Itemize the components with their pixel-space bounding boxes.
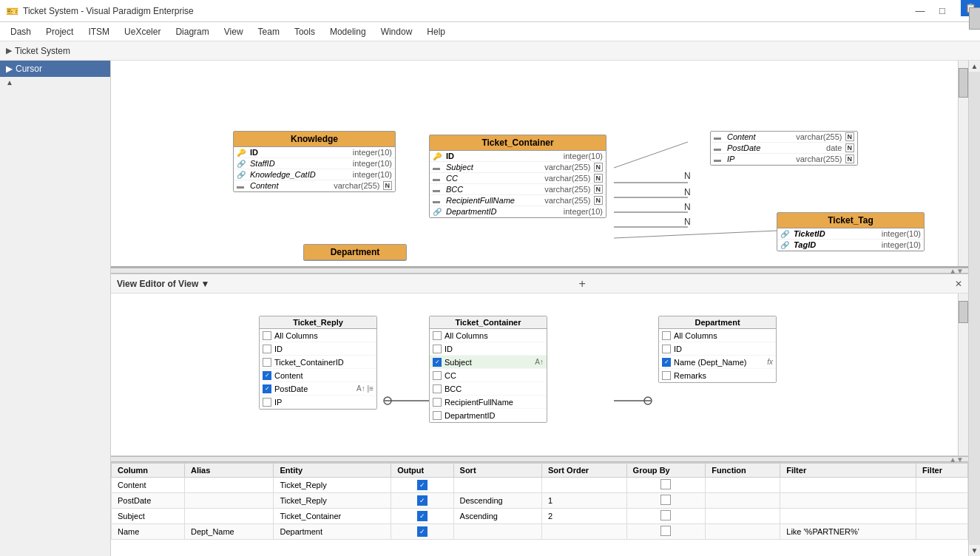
maximize-button[interactable]: □ bbox=[933, 4, 952, 18]
erd-vscrollbar-thumb[interactable] bbox=[959, 68, 968, 98]
view-row-tc-bcc[interactable]: BCC bbox=[430, 382, 547, 396]
erd-row-tc-subject: ▬ Subject varchar(255) N bbox=[430, 162, 606, 173]
erd-table-ticket-tag[interactable]: Ticket_Tag 🔗 TicketID integer(10) 🔗 TagI… bbox=[777, 212, 925, 251]
checkbox-tc-cc[interactable] bbox=[433, 371, 442, 380]
resize-handle[interactable]: ▲▼ bbox=[111, 268, 968, 274]
content-area: N N N N Knowledge 🔑 ID integer(10) bbox=[111, 61, 968, 556]
view-row-tr-id[interactable]: ID bbox=[260, 342, 376, 356]
menu-itsm[interactable]: ITSM bbox=[81, 24, 117, 39]
menu-uexceler[interactable]: UeXceler bbox=[117, 24, 168, 39]
data-table-scroll[interactable]: Column Alias Entity Output Sort Sort Ord… bbox=[111, 462, 968, 556]
table-row[interactable]: ContentTicket_Reply✓ bbox=[112, 478, 968, 493]
fk-icon: 🔗 bbox=[780, 230, 791, 238]
scrollbar-up-btn[interactable]: ▲ bbox=[970, 61, 980, 72]
checkbox-postdate[interactable]: ✓ bbox=[263, 384, 271, 393]
view-row-tc-deptid[interactable]: DepartmentID bbox=[430, 409, 547, 422]
view-row-tr-content[interactable]: ✓ Content bbox=[260, 369, 376, 382]
view-row-tc-allcols[interactable]: All Columns bbox=[430, 329, 547, 342]
output-checkbox[interactable]: ✓ bbox=[417, 511, 428, 521]
checkbox-dept-id[interactable] bbox=[662, 345, 671, 353]
view-row-dept-id[interactable]: ID bbox=[659, 342, 776, 356]
menu-window[interactable]: Window bbox=[374, 24, 420, 39]
menu-diagram[interactable]: Diagram bbox=[168, 24, 216, 39]
checkbox-tc-allcols[interactable] bbox=[433, 331, 442, 340]
menu-tools[interactable]: Tools bbox=[287, 24, 322, 39]
erd-table-tc-header: Ticket_Container bbox=[430, 135, 606, 151]
erd-table-ticket-container[interactable]: Ticket_Container 🔑 ID integer(10) ▬ Subj… bbox=[429, 135, 606, 218]
checkbox-tc-deptid[interactable] bbox=[433, 411, 442, 420]
checkbox-dept-name[interactable]: ✓ bbox=[662, 358, 671, 367]
erd-canvas[interactable]: N N N N Knowledge 🔑 ID integer(10) bbox=[111, 61, 968, 266]
checkbox-tc-recipient[interactable] bbox=[433, 398, 442, 407]
output-checkbox[interactable]: ✓ bbox=[417, 526, 428, 537]
breadcrumb[interactable]: Ticket System bbox=[15, 46, 70, 56]
view-table-tc-header: Ticket_Container bbox=[430, 316, 547, 329]
scrollbar-down-btn[interactable]: ▼ bbox=[970, 545, 980, 556]
col-function bbox=[706, 524, 780, 540]
view-table-department[interactable]: Department All Columns ID ✓ Name (Dept_N… bbox=[658, 316, 777, 383]
view-row-tc-id[interactable]: ID bbox=[430, 342, 547, 356]
view-table-ticket-reply[interactable]: Ticket_Reply All Columns ID Ticket_Conta… bbox=[259, 316, 377, 410]
view-row-tr-containerid[interactable]: Ticket_ContainerID bbox=[260, 356, 376, 369]
checkbox-tc-subject[interactable]: ✓ bbox=[433, 358, 442, 367]
view-row-dept-name[interactable]: ✓ Name (Dept_Name) fx bbox=[659, 356, 776, 369]
view-row-tc-recipient[interactable]: RecipientFullName bbox=[430, 396, 547, 409]
output-checkbox[interactable] bbox=[660, 479, 671, 489]
output-checkbox[interactable]: ✓ bbox=[417, 495, 428, 506]
col-header-entity: Entity bbox=[274, 464, 391, 478]
menu-dash[interactable]: Dash bbox=[3, 24, 38, 39]
menu-modeling[interactable]: Modeling bbox=[322, 24, 374, 39]
menu-project[interactable]: Project bbox=[38, 24, 81, 39]
checkbox-content[interactable]: ✓ bbox=[263, 371, 271, 380]
cursor-tool[interactable]: ▶ Cursor bbox=[0, 61, 110, 77]
view-row-tc-subject[interactable]: ✓ Subject A↑ bbox=[430, 356, 547, 369]
erd-table-knowledge[interactable]: Knowledge 🔑 ID integer(10) 🔗 StaffID int… bbox=[233, 131, 396, 192]
view-row-dept-allcols[interactable]: All Columns bbox=[659, 329, 776, 342]
output-checkbox[interactable] bbox=[660, 526, 671, 536]
output-checkbox[interactable]: ✓ bbox=[417, 480, 428, 490]
checkbox-dept-remarks[interactable] bbox=[662, 371, 671, 380]
col-alias: Dept_Name bbox=[185, 524, 274, 540]
view-table-tr-header: Ticket_Reply bbox=[260, 316, 376, 329]
output-checkbox[interactable] bbox=[660, 510, 671, 521]
erd-hscroll[interactable]: ◀ ▶ ⊕ bbox=[111, 266, 968, 268]
erd-table-department-top[interactable]: Department bbox=[303, 244, 407, 261]
col-header-sort: Sort bbox=[453, 464, 541, 478]
checkbox-id[interactable] bbox=[263, 345, 271, 353]
view-canvas-scrollbar-thumb[interactable] bbox=[959, 301, 968, 323]
table-row[interactable]: SubjectTicket_Container✓Ascending2 bbox=[112, 509, 968, 524]
view-row-tc-cc[interactable]: CC bbox=[430, 369, 547, 382]
view-editor-close-button[interactable]: ✕ bbox=[955, 279, 962, 289]
view-canvas[interactable]: Ticket_Reply All Columns ID Ticket_Conta… bbox=[111, 294, 968, 456]
checkbox-allcols[interactable] bbox=[263, 331, 271, 340]
bottom-resize-handle[interactable]: ▲▼ bbox=[111, 456, 968, 462]
view-row-tr-postdate[interactable]: ✓ PostDate A↑ |≡ bbox=[260, 382, 376, 396]
table-row[interactable]: PostDateTicket_Reply✓Descending1 bbox=[112, 493, 968, 509]
view-row-tr-ip[interactable]: IP bbox=[260, 396, 376, 409]
menu-view[interactable]: View bbox=[217, 24, 251, 39]
checkbox-tc-id[interactable] bbox=[433, 345, 442, 353]
view-table-ticket-container[interactable]: Ticket_Container All Columns ID ✓ Subjec… bbox=[429, 316, 547, 423]
minimize-button[interactable]: — bbox=[910, 4, 930, 18]
scrollbar-track[interactable] bbox=[969, 72, 980, 545]
col-header-output: Output bbox=[391, 464, 453, 478]
table-row[interactable]: NameDept_NameDepartment✓Like '%PARTNER%' bbox=[112, 524, 968, 540]
menu-help[interactable]: Help bbox=[419, 24, 453, 39]
erd-table-partial-right[interactable]: ▬ Content varchar(255) N ▬ PostDate date… bbox=[710, 131, 858, 166]
checkbox-tc-bcc[interactable] bbox=[433, 384, 442, 393]
view-editor-add-button[interactable]: + bbox=[579, 277, 586, 291]
view-row-tr-allcols[interactable]: All Columns bbox=[260, 329, 376, 342]
menu-team[interactable]: Team bbox=[251, 24, 287, 39]
output-checkbox[interactable] bbox=[660, 495, 671, 505]
col-entity: Department bbox=[274, 524, 391, 540]
svg-text:N: N bbox=[684, 217, 691, 227]
view-canvas-vscrollbar[interactable] bbox=[958, 294, 968, 455]
sidebar-arrow-up[interactable]: ▲ bbox=[0, 77, 110, 88]
checkbox-dept-allcols[interactable] bbox=[662, 331, 671, 340]
main-vscrollbar[interactable]: ▲ ▼ bbox=[968, 61, 980, 556]
erd-vscrollbar[interactable] bbox=[958, 61, 968, 266]
checkbox-containerid[interactable] bbox=[263, 358, 271, 367]
checkbox-ip[interactable] bbox=[263, 398, 271, 407]
view-row-dept-remarks[interactable]: Remarks bbox=[659, 369, 776, 382]
scrollbar-thumb[interactable] bbox=[969, 7, 980, 30]
